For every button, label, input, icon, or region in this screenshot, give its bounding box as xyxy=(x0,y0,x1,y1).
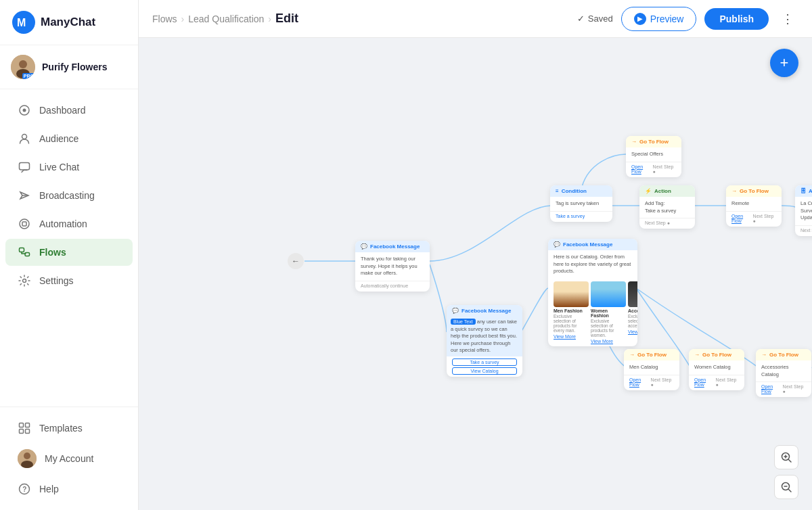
node-goto-remote[interactable]: → Go To Flow Remote Open Flow Next Step … xyxy=(726,185,782,227)
breadcrumb-leadqual[interactable]: Lead Qualification xyxy=(188,14,264,24)
node-goto-remote-link[interactable]: Open Flow xyxy=(731,214,753,223)
node-goto-women-type: Go To Flow xyxy=(702,352,731,358)
sidebar-item-settings[interactable]: Settings xyxy=(5,267,133,294)
sidebar-item-label-settings: Settings xyxy=(39,275,74,286)
node-goto-acc-type: Go To Flow xyxy=(769,352,798,358)
sidebar-item-label-audience: Audience xyxy=(39,133,78,144)
node-goto-women-header: → Go To Flow xyxy=(689,349,744,361)
node-condition-footer: Take a survey xyxy=(550,211,612,222)
catalog-btn-men[interactable]: View More xyxy=(554,334,576,339)
svg-rect-17 xyxy=(26,423,30,427)
sidebar-item-livechat[interactable]: Live Chat xyxy=(5,154,133,181)
sidebar-item-dashboard[interactable]: Dashboard xyxy=(5,97,133,124)
flow-canvas: + xyxy=(139,38,812,510)
node-fb2-images: Men Fashion Exclusive selection of produ… xyxy=(548,279,637,346)
check-icon: ✓ xyxy=(577,14,585,24)
broadcasting-icon xyxy=(18,189,31,202)
flow-connections xyxy=(139,38,812,510)
sidebar-item-label-livechat: Live Chat xyxy=(39,162,79,172)
catalog-img-acc xyxy=(628,281,637,307)
sidebar-item-label-flows: Flows xyxy=(39,247,66,258)
sidebar-item-label-help: Help xyxy=(39,484,59,494)
node-goto-acc-header: → Go To Flow xyxy=(756,349,811,361)
svg-line-30 xyxy=(789,490,792,492)
node-action[interactable]: ⚡ Action Add Tag:Take a survey Next Step… xyxy=(639,185,695,229)
audience-icon xyxy=(18,132,31,145)
breadcrumb-sep2: › xyxy=(268,14,271,24)
node-archive-body: La Customer-FieldSurvey to Customer Upda… xyxy=(795,197,812,225)
sidebar-item-broadcasting[interactable]: Broadcasting xyxy=(5,182,133,209)
sidebar-item-templates[interactable]: Templates xyxy=(5,415,133,442)
account-selector[interactable]: PRO Purify Flowers xyxy=(0,45,138,89)
add-node-button[interactable]: + xyxy=(770,49,798,77)
catalog-sub-acc: Exclusive selection of accessories. xyxy=(628,314,637,328)
node-goto-special-body: Special Offers xyxy=(626,147,681,162)
sidebar-item-help[interactable]: ? Help xyxy=(5,476,133,503)
node-fb2-type: Facebook Message xyxy=(563,241,612,248)
node-goto-remote-body: Remote xyxy=(726,197,782,211)
node-goto-women-body: Women Catalog xyxy=(689,361,744,375)
node-goto-special-link[interactable]: Open Flow xyxy=(631,164,653,174)
more-options-button[interactable]: ⋮ xyxy=(777,8,798,30)
node-goto-men-link[interactable]: Open Flow xyxy=(629,377,651,387)
node-goto-remote-header: → Go To Flow xyxy=(726,185,782,197)
breadcrumb-sep1: › xyxy=(181,14,185,24)
node-fb2[interactable]: 💬 Facebook Message Here is our Catalog. … xyxy=(548,239,637,346)
node-archive-type: Archive xyxy=(809,188,812,194)
canvas-back-button[interactable]: ← xyxy=(288,253,304,269)
preview-button[interactable]: ▶ Preview xyxy=(621,7,697,31)
sidebar-item-label-dashboard: Dashboard xyxy=(39,105,86,116)
svg-point-6 xyxy=(23,109,26,112)
topbar: Flows › Lead Qualification › Edit ✓ Save… xyxy=(139,0,812,38)
node-action-type: Action xyxy=(654,188,671,194)
svg-rect-18 xyxy=(20,430,24,434)
zoom-out-button[interactable] xyxy=(774,475,798,499)
node-goto-men-header: → Go To Flow xyxy=(624,349,679,361)
node-goto-women-link[interactable]: Open Flow xyxy=(694,377,716,387)
node-goto-special[interactable]: → Go To Flow Special Offers Open Flow Ne… xyxy=(626,136,681,177)
node-condition-type: Condition xyxy=(562,188,587,194)
account-name: Purify Flowers xyxy=(42,62,107,72)
node-archive[interactable]: 🗄 Archive La Customer-FieldSurvey to Cus… xyxy=(795,185,812,236)
node-action-footer: Next Step ● xyxy=(639,218,695,229)
breadcrumb-flows[interactable]: Flows xyxy=(152,14,177,24)
node-fb1-body: Thank you for taking our survey. Hope it… xyxy=(355,252,430,281)
node-archive-footer: Next Step ● xyxy=(795,225,812,236)
node-archive-header: 🗄 Archive xyxy=(795,185,812,197)
sidebar-item-flows[interactable]: Flows xyxy=(5,239,133,266)
node-fb1-type: Facebook Message xyxy=(370,244,420,250)
saved-label: Saved xyxy=(588,14,613,24)
main-area: Flows › Lead Qualification › Edit ✓ Save… xyxy=(139,0,812,510)
node-condition[interactable]: ≡ Condition Tag is survey taken Take a s… xyxy=(550,185,612,222)
logo-area[interactable]: M ManyChat xyxy=(0,0,138,45)
settings-icon xyxy=(18,274,31,287)
svg-rect-8 xyxy=(20,163,30,170)
sidebar-item-myaccount[interactable]: My Account xyxy=(5,442,133,475)
catalog-btn-acc[interactable]: View More xyxy=(628,329,637,334)
sidebar-item-label-templates: Templates xyxy=(39,423,83,434)
sidebar-item-automation[interactable]: Automation xyxy=(5,210,133,237)
node-goto-women[interactable]: → Go To Flow Women Catalog Open Flow Nex… xyxy=(689,349,744,390)
node-goto-men[interactable]: → Go To Flow Men Catalog Open Flow Next … xyxy=(624,349,679,390)
zoom-in-button[interactable] xyxy=(774,445,798,469)
sidebar: M ManyChat PRO Purify Flowers Dashboard xyxy=(0,0,139,510)
node-goto-acc[interactable]: → Go To Flow Accessories Catalog Open Fl… xyxy=(756,349,811,397)
breadcrumb: Flows › Lead Qualification › Edit xyxy=(152,11,569,26)
node-fb3-header: 💬 Facebook Message xyxy=(447,305,522,317)
topbar-actions: ✓ Saved ▶ Preview Publish ⋮ xyxy=(577,7,798,31)
node-fb3-body: Blue Text any user can take a quick surv… xyxy=(447,317,522,356)
sidebar-item-audience[interactable]: Audience xyxy=(5,125,133,152)
node-action-body: Add Tag:Take a survey xyxy=(639,197,695,218)
help-icon: ? xyxy=(18,482,31,496)
catalog-btn-women[interactable]: View More xyxy=(591,339,613,344)
node-goto-women-footer: Open Flow Next Step ● xyxy=(689,375,744,390)
node-goto-remote-footer: Open Flow Next Step ● xyxy=(726,211,782,227)
publish-button[interactable]: Publish xyxy=(704,8,769,30)
svg-point-15 xyxy=(23,279,26,283)
pro-badge: PRO xyxy=(22,73,35,79)
node-fb3[interactable]: 💬 Facebook Message Blue Text any user ca… xyxy=(447,305,522,377)
node-fb1[interactable]: 💬 Facebook Message Thank you for taking … xyxy=(355,241,430,292)
node-goto-acc-link[interactable]: Open Flow xyxy=(761,384,783,394)
svg-text:M: M xyxy=(17,17,26,28)
node-goto-special-footer: Open Flow Next Step ● xyxy=(626,162,681,177)
